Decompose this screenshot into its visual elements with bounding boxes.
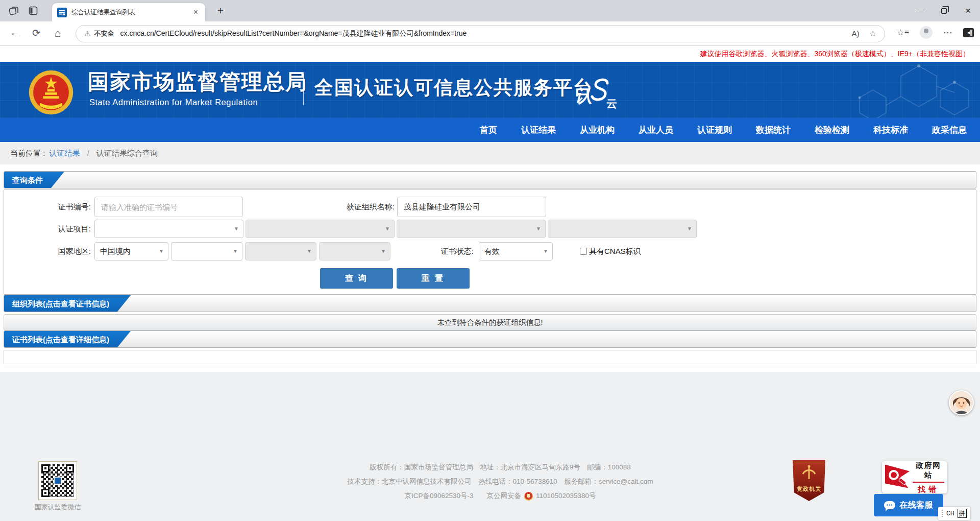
find-badge-line2: 找错 (913, 485, 944, 494)
chevron-down-icon: ▼ (234, 220, 239, 238)
nav-item-personnel[interactable]: 从业人员 (639, 124, 673, 136)
org-title-cn: 国家市场监督管理总局 (88, 68, 307, 96)
workspaces-icon[interactable] (8, 5, 19, 16)
search-button[interactable]: 查 询 (320, 268, 393, 289)
cnas-checkbox[interactable] (580, 248, 587, 255)
region-select-value: 中国境内 (100, 247, 131, 255)
police-label: 京公网安备 (486, 491, 521, 501)
profile-avatar[interactable] (920, 26, 933, 39)
wechat-qr-block: 国家认监委微信 (30, 461, 86, 512)
find-badge-line1: 政府网站 (913, 461, 944, 483)
tab-close-icon[interactable]: × (191, 8, 200, 17)
ime-indicator[interactable]: CH 拼 (938, 507, 970, 520)
chevron-down-icon: ▼ (543, 243, 548, 260)
cnca-favicon-icon (57, 8, 67, 17)
breadcrumb-current: 认证结果综合查询 (96, 149, 158, 157)
footer-line1: 版权所有：国家市场监督管理总局 地址：北京市海淀区马甸东路9号 邮编：10008… (235, 463, 766, 472)
read-aloud-icon[interactable]: A) (852, 29, 860, 38)
nav-item-home[interactable]: 首页 (480, 124, 497, 136)
party-government-badge: 党政机关 (793, 460, 825, 501)
cert-list-empty-panel (4, 350, 976, 364)
home-icon[interactable]: ⌂ (51, 27, 64, 39)
qr-label: 国家认监委微信 (30, 503, 86, 512)
status-label: 证书状态: (402, 242, 474, 260)
nav-item-inspection[interactable]: 检验检测 (815, 124, 849, 136)
address-bar[interactable]: ⚠ 不安全 cx.cnca.cn/CertECloud/result/skipR… (76, 25, 885, 42)
back-icon[interactable]: ← (8, 27, 21, 38)
cert-number-label: 证书编号: (19, 197, 91, 217)
nav-item-procurement[interactable]: 政采信息 (932, 124, 967, 136)
cert-list-section-title: 证书列表(点击查看详细信息) (4, 331, 131, 347)
new-tab-button[interactable]: + (213, 4, 228, 18)
query-section-bar: 查询条件 (4, 171, 976, 188)
minimize-button[interactable]: — (908, 0, 932, 21)
project-label: 认证项目: (19, 220, 91, 238)
sidebar-toggle-icon[interactable]: ◂ (963, 28, 974, 37)
security-warning-icon[interactable]: ⚠ (84, 30, 91, 38)
chevron-down-icon: ▼ (233, 243, 238, 260)
police-number: 11010502035380号 (536, 491, 596, 501)
favorites-bar-icon[interactable]: ☆≡ (897, 28, 909, 37)
chat-bubble-icon: ••• (884, 501, 895, 509)
service-assistant-avatar[interactable] (949, 390, 974, 415)
breadcrumb-link-cert-results[interactable]: 认证结果 (50, 149, 80, 157)
query-form-panel: 证书编号: 获证组织名称: 认证项目: ▼ ▼ ▼ ▼ 国家地区: 中国境内▼ … (4, 190, 976, 295)
cnas-label: 具有CNAS标识 (589, 247, 641, 256)
cert-list-section-bar: 证书列表(点击查看详细信息) (4, 330, 976, 348)
chevron-down-icon: ▼ (385, 220, 390, 238)
query-section-title: 查询条件 (4, 172, 64, 188)
nav-item-cert-results[interactable]: 认证结果 (521, 124, 556, 136)
favorite-star-icon[interactable]: ☆ (870, 29, 876, 38)
ime-mode[interactable]: 拼 (958, 509, 967, 518)
find-error-flag-icon (885, 465, 910, 490)
ime-language[interactable]: CH (946, 510, 954, 517)
project-select-level1[interactable]: ▼ (94, 220, 243, 238)
nav-item-tech-standards[interactable]: 科技标准 (873, 124, 908, 136)
ren-e-yun-logo: 认 云 (575, 78, 623, 112)
cnas-checkbox-field: 具有CNAS标识 (580, 242, 641, 260)
settings-more-icon[interactable]: ⋯ (943, 27, 952, 38)
url-text[interactable]: cx.cnca.cn/CertECloud/result/skipResultL… (120, 29, 467, 38)
breadcrumb: 当前位置 : 认证结果 / 认证结果综合查询 (0, 142, 980, 164)
tab-actions-icon[interactable] (28, 5, 39, 16)
browser-tab-bar: 综合认证结果查询列表 × + — × (0, 0, 980, 21)
project-select-level3: ▼ (397, 220, 546, 238)
status-select-value: 有效 (484, 247, 500, 255)
gov-site-error-report-badge[interactable]: 政府网站 找错 (882, 461, 947, 493)
nav-item-statistics[interactable]: 数据统计 (756, 124, 791, 136)
hexagon-decoration (704, 62, 980, 118)
footer-text: 版权所有：国家市场监督管理总局 地址：北京市海淀区马甸东路9号 邮编：10008… (235, 463, 766, 506)
national-emblem-icon (28, 69, 75, 116)
reset-button[interactable]: 重 置 (397, 268, 470, 289)
restore-button[interactable] (932, 0, 956, 21)
browser-recommendation-notice: 建议使用谷歌浏览器、火狐浏览器、360浏览器（极速模式）、IE9+（非兼容性视图… (0, 46, 980, 62)
region-select-city: ▼ (245, 242, 316, 260)
org-name-input[interactable] (397, 197, 546, 217)
nav-item-agencies[interactable]: 从业机构 (580, 124, 615, 136)
platform-title: 全国认证认可信息公共服务平台 (314, 75, 593, 101)
browser-toolbar: ← ⟳ ⌂ ⚠ 不安全 cx.cnca.cn/CertECloud/result… (0, 21, 980, 46)
nav-item-cert-rules[interactable]: 认证规则 (697, 124, 732, 136)
refresh-icon[interactable]: ⟳ (30, 27, 43, 39)
window-controls: — × (908, 0, 980, 21)
chevron-down-icon: ▼ (687, 220, 692, 238)
chevron-down-icon: ▼ (536, 220, 541, 238)
project-select-level4: ▼ (548, 220, 697, 238)
shield-badge-label: 党政机关 (793, 485, 825, 493)
chevron-down-icon: ▼ (307, 243, 312, 260)
region-select-country[interactable]: 中国境内▼ (94, 242, 168, 260)
icp-number: 京ICP备09062530号-3 (404, 491, 473, 501)
main-content: 查询条件 证书编号: 获证组织名称: 认证项目: ▼ ▼ ▼ ▼ 国家地区: 中… (0, 164, 980, 372)
chevron-down-icon: ▼ (381, 243, 386, 260)
status-select[interactable]: 有效▼ (479, 242, 553, 260)
active-browser-tab[interactable]: 综合认证结果查询列表 × (52, 3, 205, 21)
logo-yun-text: 云 (606, 97, 617, 111)
edge-browser-window: { "browser": { "tab_title": "综合认证结果查询列表"… (0, 0, 980, 521)
ime-drag-handle[interactable] (942, 510, 943, 517)
close-button[interactable]: × (956, 0, 980, 21)
online-service-button[interactable]: ••• 在线客服 (874, 494, 943, 516)
torch-icon (800, 464, 818, 482)
cert-number-input[interactable] (94, 197, 243, 217)
region-select-province[interactable]: ▼ (171, 242, 242, 260)
logo-ren-text: 认 (575, 84, 592, 108)
